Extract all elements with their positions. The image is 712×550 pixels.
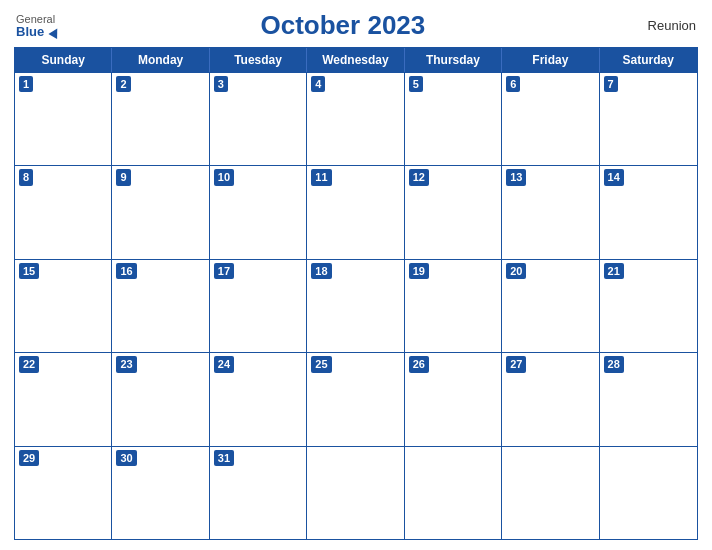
day-cell-5: 5 [405, 73, 502, 165]
day-cell-22: 22 [15, 353, 112, 445]
week-row-4: 22232425262728 [15, 352, 697, 445]
date-number-27: 27 [506, 356, 526, 372]
day-headers-row: Sunday Monday Tuesday Wednesday Thursday… [15, 48, 697, 72]
day-cell-13: 13 [502, 166, 599, 258]
day-cell-11: 11 [307, 166, 404, 258]
day-cell-10: 10 [210, 166, 307, 258]
day-cell-26: 26 [405, 353, 502, 445]
date-number-2: 2 [116, 76, 130, 92]
day-cell-empty [502, 447, 599, 539]
header-sunday: Sunday [15, 48, 112, 72]
header-tuesday: Tuesday [210, 48, 307, 72]
date-number-26: 26 [409, 356, 429, 372]
date-number-4: 4 [311, 76, 325, 92]
date-number-11: 11 [311, 169, 331, 185]
date-number-6: 6 [506, 76, 520, 92]
date-number-9: 9 [116, 169, 130, 185]
day-cell-29: 29 [15, 447, 112, 539]
date-number-20: 20 [506, 263, 526, 279]
day-cell-27: 27 [502, 353, 599, 445]
date-number-17: 17 [214, 263, 234, 279]
day-cell-4: 4 [307, 73, 404, 165]
date-number-5: 5 [409, 76, 423, 92]
day-cell-7: 7 [600, 73, 697, 165]
day-cell-16: 16 [112, 260, 209, 352]
date-number-23: 23 [116, 356, 136, 372]
date-number-3: 3 [214, 76, 228, 92]
calendar-grid: Sunday Monday Tuesday Wednesday Thursday… [14, 47, 698, 540]
date-number-25: 25 [311, 356, 331, 372]
day-cell-17: 17 [210, 260, 307, 352]
day-cell-30: 30 [112, 447, 209, 539]
date-number-1: 1 [19, 76, 33, 92]
date-number-10: 10 [214, 169, 234, 185]
weeks-container: 1234567891011121314151617181920212223242… [15, 72, 697, 539]
day-cell-31: 31 [210, 447, 307, 539]
date-number-31: 31 [214, 450, 234, 466]
week-row-1: 1234567 [15, 72, 697, 165]
date-number-15: 15 [19, 263, 39, 279]
week-row-3: 15161718192021 [15, 259, 697, 352]
date-number-28: 28 [604, 356, 624, 372]
day-cell-12: 12 [405, 166, 502, 258]
day-cell-19: 19 [405, 260, 502, 352]
date-number-22: 22 [19, 356, 39, 372]
date-number-18: 18 [311, 263, 331, 279]
date-number-29: 29 [19, 450, 39, 466]
week-row-5: 293031 [15, 446, 697, 539]
calendar-title: October 2023 [60, 10, 626, 41]
calendar-page: General Blue October 2023 Reunion Sunday… [0, 0, 712, 550]
day-cell-empty [307, 447, 404, 539]
day-cell-23: 23 [112, 353, 209, 445]
day-cell-1: 1 [15, 73, 112, 165]
date-number-14: 14 [604, 169, 624, 185]
date-number-8: 8 [19, 169, 33, 185]
logo: General Blue [16, 14, 60, 38]
header-wednesday: Wednesday [307, 48, 404, 72]
day-cell-24: 24 [210, 353, 307, 445]
date-number-12: 12 [409, 169, 429, 185]
header-friday: Friday [502, 48, 599, 72]
day-cell-28: 28 [600, 353, 697, 445]
date-number-21: 21 [604, 263, 624, 279]
day-cell-empty [405, 447, 502, 539]
date-number-16: 16 [116, 263, 136, 279]
day-cell-18: 18 [307, 260, 404, 352]
logo-blue-text: Blue [16, 25, 60, 38]
date-number-7: 7 [604, 76, 618, 92]
day-cell-21: 21 [600, 260, 697, 352]
day-cell-2: 2 [112, 73, 209, 165]
date-number-30: 30 [116, 450, 136, 466]
date-number-19: 19 [409, 263, 429, 279]
day-cell-14: 14 [600, 166, 697, 258]
day-cell-3: 3 [210, 73, 307, 165]
day-cell-8: 8 [15, 166, 112, 258]
day-cell-25: 25 [307, 353, 404, 445]
day-cell-9: 9 [112, 166, 209, 258]
header-monday: Monday [112, 48, 209, 72]
day-cell-empty [600, 447, 697, 539]
date-number-13: 13 [506, 169, 526, 185]
week-row-2: 891011121314 [15, 165, 697, 258]
header-saturday: Saturday [600, 48, 697, 72]
day-cell-6: 6 [502, 73, 599, 165]
calendar-header: General Blue October 2023 Reunion [14, 10, 698, 41]
region-label: Reunion [626, 18, 696, 33]
day-cell-20: 20 [502, 260, 599, 352]
date-number-24: 24 [214, 356, 234, 372]
day-cell-15: 15 [15, 260, 112, 352]
header-thursday: Thursday [405, 48, 502, 72]
